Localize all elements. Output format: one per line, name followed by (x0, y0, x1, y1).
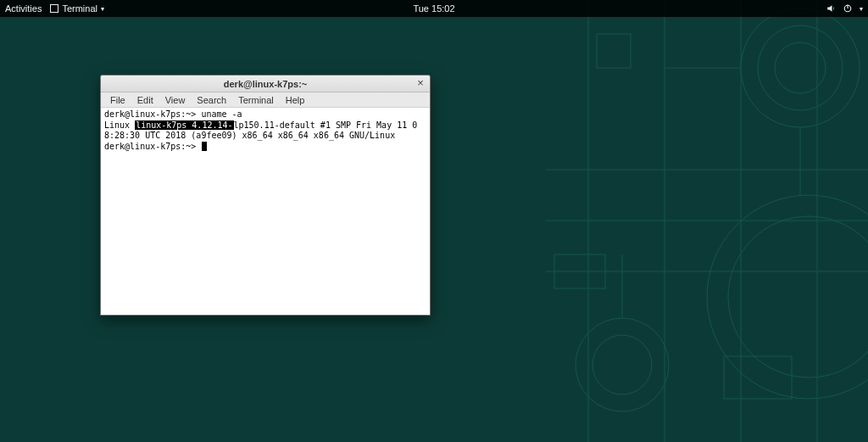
svg-point-2 (775, 42, 826, 93)
prompt-line-1: derk@linux-k7ps:~> uname -a (104, 109, 242, 119)
terminal-app-icon (50, 4, 58, 13)
terminal-window: derk@linux-k7ps:~ × File Edit View Searc… (100, 75, 431, 316)
uname-highlight: linux-k7ps 4.12.14- (135, 120, 233, 130)
prompt-line-2: derk@linux-k7ps:~> (104, 142, 207, 151)
terminal-output-area[interactable]: derk@linux-k7ps:~> uname -a Linux linux-… (101, 108, 430, 315)
cursor-block (202, 142, 207, 151)
svg-point-6 (593, 335, 652, 394)
svg-point-4 (728, 216, 868, 378)
volume-icon (826, 3, 836, 14)
menu-file[interactable]: File (104, 94, 131, 106)
menu-terminal[interactable]: Terminal (232, 94, 280, 106)
svg-point-0 (741, 8, 860, 127)
window-title: derk@linux-k7ps:~ (101, 79, 430, 89)
wallpaper-decoration (546, 0, 868, 442)
svg-rect-14 (554, 255, 605, 288)
svg-point-1 (758, 25, 843, 110)
menu-search[interactable]: Search (191, 94, 232, 106)
svg-rect-15 (724, 356, 792, 399)
chevron-down-icon: ▾ (860, 5, 863, 13)
window-titlebar[interactable]: derk@linux-k7ps:~ × (101, 76, 430, 92)
gnome-top-bar: Activities Terminal ▾ Tue 15:02 ▾ (0, 0, 868, 17)
app-menu-label: Terminal (62, 3, 97, 14)
menu-view[interactable]: View (159, 94, 192, 106)
activities-button[interactable]: Activities (5, 3, 42, 14)
uname-output: Linux linux-k7ps 4.12.14-lp150.11-defaul… (104, 120, 417, 141)
clock-label[interactable]: Tue 15:02 (413, 3, 454, 14)
app-menu-button[interactable]: Terminal ▾ (50, 3, 104, 14)
power-icon (843, 3, 853, 14)
svg-point-5 (576, 318, 669, 411)
close-icon: × (417, 76, 424, 89)
menu-edit[interactable]: Edit (131, 94, 159, 106)
status-area[interactable]: ▾ (826, 3, 863, 14)
terminal-menubar: File Edit View Search Terminal Help (101, 92, 430, 108)
close-button[interactable]: × (415, 77, 426, 89)
svg-point-3 (707, 195, 868, 399)
menu-help[interactable]: Help (280, 94, 311, 106)
svg-rect-16 (597, 34, 631, 68)
chevron-down-icon: ▾ (101, 5, 104, 13)
